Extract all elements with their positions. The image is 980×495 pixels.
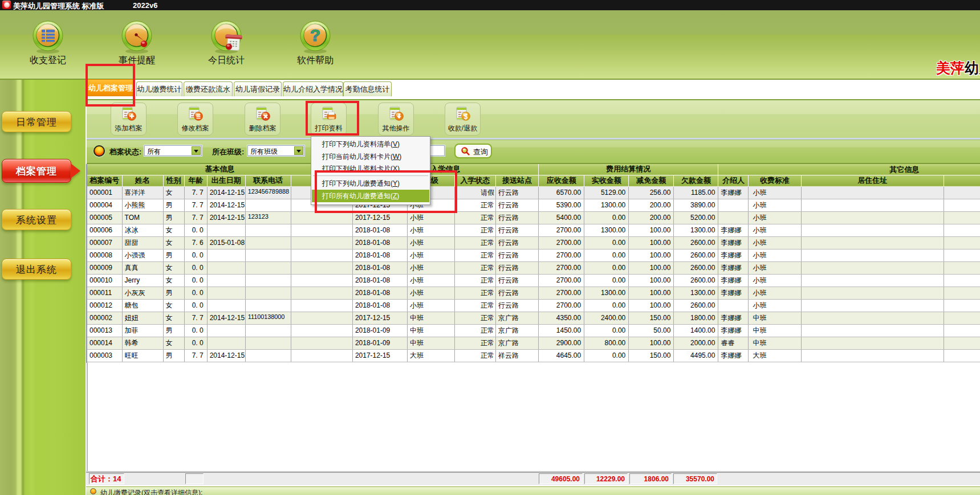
svg-text:$: $ bbox=[463, 113, 467, 121]
svg-text:?: ? bbox=[310, 26, 320, 44]
